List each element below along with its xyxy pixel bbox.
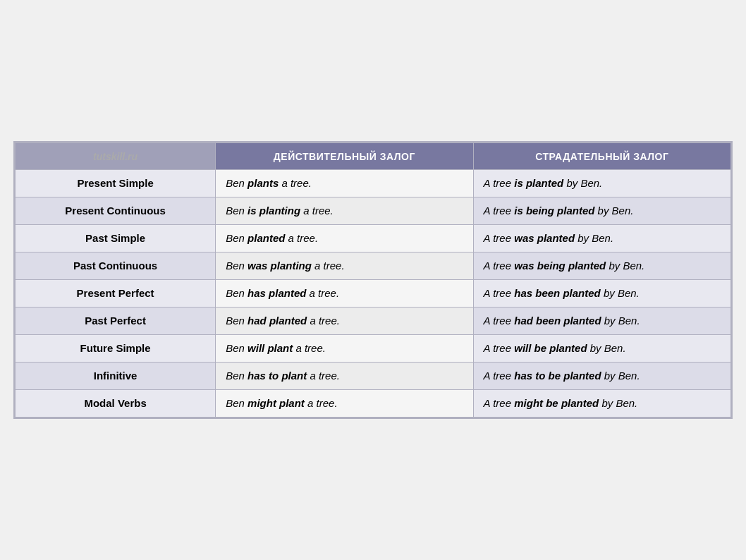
tense-cell: Past Simple — [16, 225, 216, 252]
passive-sentence: A tree will be planted by Ben. — [473, 335, 730, 363]
tense-cell: Past Perfect — [16, 308, 216, 335]
active-text: Ben had planted a tree. — [226, 315, 340, 327]
tense-cell: Infinitive — [16, 363, 216, 390]
passive-sentence: A tree has been planted by Ben. — [473, 280, 730, 308]
header-passive-voice: СТРАДАТЕЛЬНЫЙ ЗАЛОГ — [473, 143, 730, 170]
passive-text: A tree has to be planted by Ben. — [484, 370, 640, 382]
active-sentence: Ben plants a tree. — [216, 170, 473, 197]
active-text: Ben will plant a tree. — [226, 342, 326, 354]
passive-text: A tree is being planted by Ben. — [484, 205, 634, 217]
passive-text: A tree will be planted by Ben. — [484, 342, 626, 354]
tense-name: Present Perfect — [77, 287, 154, 299]
active-sentence: Ben planted a tree. — [216, 225, 473, 252]
tense-name: Infinitive — [94, 370, 137, 382]
passive-sentence: A tree is planted by Ben. — [473, 170, 730, 197]
passive-sentence: A tree might be planted by Ben. — [473, 390, 730, 418]
tense-name: Past Simple — [85, 232, 145, 244]
tense-cell: Present Simple — [16, 170, 216, 197]
passive-text: A tree was planted by Ben. — [484, 232, 614, 244]
tense-cell: Modal Verbs — [16, 390, 216, 418]
passive-sentence: A tree was planted by Ben. — [473, 225, 730, 252]
passive-text: A tree has been planted by Ben. — [484, 287, 640, 299]
tense-cell: Present Perfect — [16, 280, 216, 308]
active-text: Ben was planting a tree. — [226, 260, 344, 272]
tense-cell: Future Simple — [16, 335, 216, 363]
active-text: Ben is planting a tree. — [226, 205, 334, 217]
tense-name: Modal Verbs — [84, 397, 146, 409]
active-sentence: Ben is planting a tree. — [216, 197, 473, 225]
tense-name: Past Continuous — [73, 260, 157, 272]
tense-cell: Present Continuous — [16, 197, 216, 225]
active-text: Ben has to plant a tree. — [226, 370, 340, 382]
active-text: Ben has planted a tree. — [226, 287, 339, 299]
header-site: tutskill.ru — [16, 143, 216, 170]
header-active-voice: ДЕЙСТВИТЕЛЬНЫЙ ЗАЛОГ — [216, 143, 473, 170]
active-sentence: Ben was planting a tree. — [216, 252, 473, 280]
active-sentence: Ben will plant a tree. — [216, 335, 473, 363]
tense-name: Future Simple — [80, 342, 151, 354]
tense-cell: Past Continuous — [16, 252, 216, 280]
passive-sentence: A tree was being planted by Ben. — [473, 252, 730, 280]
passive-text: A tree might be planted by Ben. — [484, 397, 638, 409]
passive-text: A tree was being planted by Ben. — [484, 260, 645, 272]
site-label: tutskill.ru — [93, 151, 137, 162]
passive-text: A tree is planted by Ben. — [484, 177, 603, 189]
active-text: Ben might plant a tree. — [226, 397, 337, 409]
active-text: Ben plants a tree. — [226, 177, 312, 189]
tense-name: Past Perfect — [85, 315, 146, 327]
tense-name: Present Simple — [77, 177, 153, 189]
passive-sentence: A tree had been planted by Ben. — [473, 308, 730, 335]
active-sentence: Ben has to plant a tree. — [216, 363, 473, 390]
grammar-table: tutskill.ru ДЕЙСТВИТЕЛЬНЫЙ ЗАЛОГ СТРАДАТ… — [13, 141, 733, 419]
active-sentence: Ben might plant a tree. — [216, 390, 473, 418]
active-sentence: Ben has planted a tree. — [216, 280, 473, 308]
active-text: Ben planted a tree. — [226, 232, 318, 244]
active-sentence: Ben had planted a tree. — [216, 308, 473, 335]
passive-sentence: A tree is being planted by Ben. — [473, 197, 730, 225]
passive-text: A tree had been planted by Ben. — [484, 315, 640, 327]
passive-sentence: A tree has to be planted by Ben. — [473, 363, 730, 390]
tense-name: Present Continuous — [65, 205, 166, 217]
